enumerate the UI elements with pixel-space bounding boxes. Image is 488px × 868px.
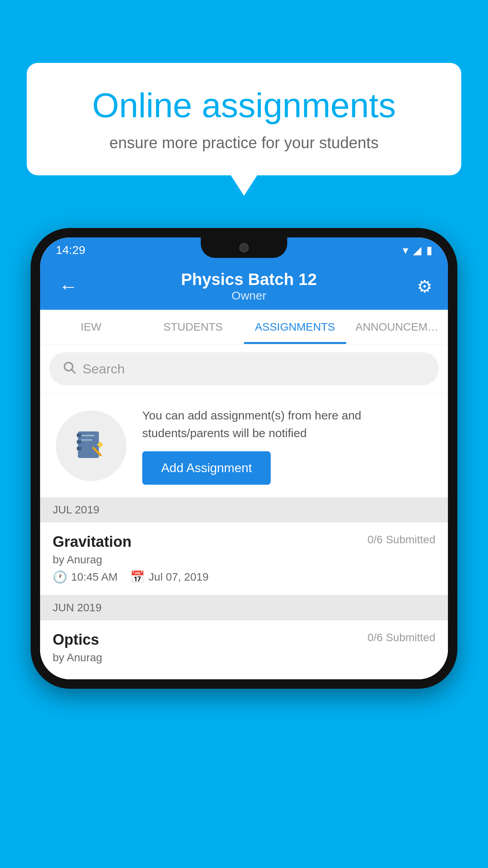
back-button[interactable]: ← xyxy=(56,272,81,300)
search-icon xyxy=(62,360,76,378)
add-assignment-button[interactable]: Add Assignment xyxy=(142,451,271,485)
status-icons: ▾ ◢ ▮ xyxy=(403,244,432,257)
search-placeholder: Search xyxy=(83,361,125,377)
assignment-icon-circle xyxy=(56,410,127,481)
assignment-meta: 🕐 10:45 AM 📅 Jul 07, 2019 xyxy=(53,570,435,584)
app-bar-center: Physics Batch 12 Owner xyxy=(181,270,317,302)
content-area: Search xyxy=(40,344,448,679)
tabs-bar: IEW STUDENTS ASSIGNMENTS ANNOUNCEM… xyxy=(40,310,448,344)
svg-rect-5 xyxy=(77,447,81,450)
tab-assignments[interactable]: ASSIGNMENTS xyxy=(244,310,346,344)
app-bar-subtitle: Owner xyxy=(181,289,317,302)
speech-bubble-title: Online assignments xyxy=(58,86,430,125)
tab-iew[interactable]: IEW xyxy=(40,310,142,344)
assignment-time: 🕐 10:45 AM xyxy=(53,570,117,584)
clock-icon: 🕐 xyxy=(53,570,67,584)
assignment-item-gravitation[interactable]: Gravitation 0/6 Submitted by Anurag 🕐 10… xyxy=(40,522,448,595)
assignment-item-top: Gravitation 0/6 Submitted xyxy=(53,533,435,550)
add-assignment-section: You can add assignment(s) from here and … xyxy=(40,394,448,497)
add-assignment-right: You can add assignment(s) from here and … xyxy=(142,406,432,485)
status-time: 14:29 xyxy=(56,243,85,257)
phone-frame: 14:29 ▾ ◢ ▮ ← Physics Batch 12 Owner ⚙ xyxy=(31,228,457,689)
phone-notch xyxy=(201,237,287,258)
speech-bubble-subtitle: ensure more practice for your students xyxy=(58,134,430,152)
signal-icon: ◢ xyxy=(413,244,422,257)
tab-announcements[interactable]: ANNOUNCEM… xyxy=(346,310,448,344)
app-bar: ← Physics Batch 12 Owner ⚙ xyxy=(40,263,448,310)
battery-icon: ▮ xyxy=(426,244,432,257)
assignment-submitted: 0/6 Submitted xyxy=(367,533,435,546)
calendar-icon: 📅 xyxy=(130,570,145,584)
phone-wrapper: 14:29 ▾ ◢ ▮ ← Physics Batch 12 Owner ⚙ xyxy=(31,228,457,689)
section-header-jun: JUN 2019 xyxy=(40,595,448,620)
svg-rect-4 xyxy=(77,440,81,443)
search-container: Search xyxy=(40,344,448,393)
svg-line-1 xyxy=(72,370,75,373)
tab-students[interactable]: STUDENTS xyxy=(142,310,244,344)
settings-button[interactable]: ⚙ xyxy=(417,276,432,296)
wifi-icon: ▾ xyxy=(403,244,408,257)
app-bar-title: Physics Batch 12 xyxy=(181,270,317,289)
assignment-author: by Anurag xyxy=(53,554,435,566)
add-assignment-description: You can add assignment(s) from here and … xyxy=(142,406,432,442)
assignment-name: Gravitation xyxy=(53,533,132,550)
assignment-item-top-optics: Optics 0/6 Submitted xyxy=(53,631,435,648)
assignment-submitted-optics: 0/6 Submitted xyxy=(367,631,435,644)
speech-bubble-container: Online assignments ensure more practice … xyxy=(27,63,461,175)
svg-rect-7 xyxy=(81,439,92,441)
phone-screen: 14:29 ▾ ◢ ▮ ← Physics Batch 12 Owner ⚙ xyxy=(40,237,448,679)
assignment-item-optics[interactable]: Optics 0/6 Submitted by Anurag xyxy=(40,620,448,679)
phone-camera xyxy=(239,243,249,252)
speech-bubble: Online assignments ensure more practice … xyxy=(27,63,461,175)
assignment-date: 📅 Jul 07, 2019 xyxy=(130,570,209,584)
notebook-icon xyxy=(73,428,109,463)
svg-rect-3 xyxy=(77,434,81,437)
svg-rect-6 xyxy=(81,434,95,436)
search-bar[interactable]: Search xyxy=(50,352,438,385)
assignment-name-optics: Optics xyxy=(53,631,99,648)
section-header-jul: JUL 2019 xyxy=(40,497,448,522)
assignment-author-optics: by Anurag xyxy=(53,651,435,664)
